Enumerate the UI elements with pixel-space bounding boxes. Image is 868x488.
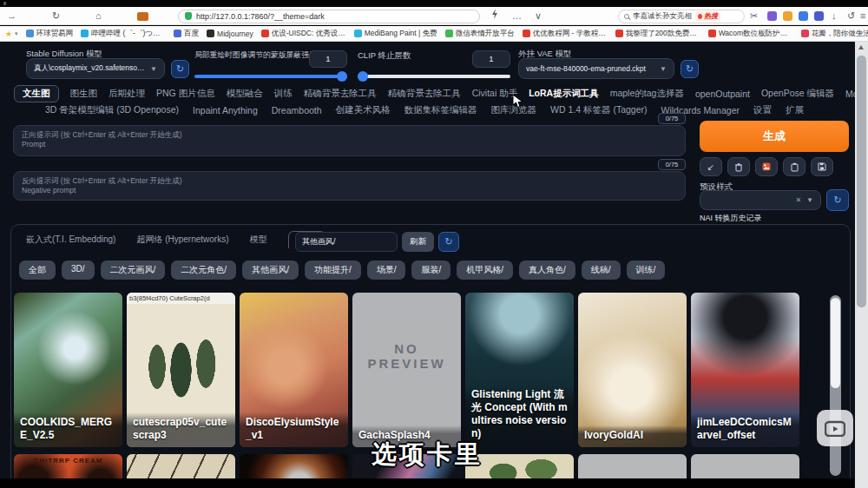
bookmark[interactable]: 优设-UISDC: 优秀设计联盟 <box>261 29 346 39</box>
model-dropdown[interactable]: 真人\cosplaymix_v20.safetensors [8e5b250b3… <box>26 58 165 79</box>
bookmark[interactable]: 优优教程网 - 学教程找灵感 <box>523 29 608 39</box>
filter-3d[interactable]: 3D/ <box>62 260 95 280</box>
tab-txt2img[interactable]: 文生图 <box>14 85 59 102</box>
tab-extras[interactable]: 后期处理 <box>108 88 145 100</box>
menu-icon[interactable]: ≡ <box>860 9 865 23</box>
tab-3d-openpose[interactable]: 3D 骨架模型编辑 (3D Openpose) <box>45 104 179 116</box>
filter-all[interactable]: 全部 <box>19 260 56 280</box>
clear-prompt-button[interactable] <box>727 157 750 176</box>
chevron-down-icon[interactable]: ∨ <box>535 9 542 23</box>
tab-embeddings[interactable]: 嵌入式(T.I. Embedding) <box>26 234 115 246</box>
tab-dataset-tag-editor[interactable]: 数据集标签编辑器 <box>404 104 477 116</box>
styles-dropdown[interactable]: ✕ ▼ <box>700 190 821 210</box>
clip-skip-value[interactable]: 1 <box>472 50 510 68</box>
tab-img2img[interactable]: 图生图 <box>70 88 98 100</box>
tab-openoutpaint[interactable]: openOutpaint <box>695 89 750 99</box>
tab-train[interactable]: 训练 <box>274 88 293 100</box>
positive-prompt-input[interactable]: 正向提示词 (按 Ctrl+Enter 或 Alt+Enter 开始生成) Pr… <box>13 125 686 156</box>
negative-prompt-input[interactable]: 反向提示词 (按 Ctrl+Enter 或 Alt+Enter 开始生成) Ne… <box>13 171 686 201</box>
tab-inpaint-anything[interactable]: Inpaint Anything <box>193 105 258 115</box>
extension-purple-icon[interactable] <box>767 11 777 21</box>
bookmark[interactable]: 我整理了200款免费商用字 <box>615 29 700 39</box>
model-refresh-button[interactable]: ↻ <box>171 60 189 78</box>
tab-checkpoints[interactable]: 模型 <box>250 234 267 246</box>
browser-search[interactable]: 李嘉诚长孙女亮相 热搜 <box>618 10 745 23</box>
lora-card[interactable]: COOLKIDS_MERGE_V2.5 <box>14 293 122 447</box>
lora-card[interactable]: IvoryGoldAI <box>578 293 687 447</box>
tab-rembg-2[interactable]: 精确背景去除工具 <box>388 88 461 100</box>
paste-params-button[interactable]: ↙ <box>700 157 722 176</box>
lightning-icon[interactable] <box>491 9 498 23</box>
clip-skip-slider[interactable] <box>358 75 510 78</box>
address-bar[interactable]: http://127.0.0.1:7860/?__theme=dark <box>178 10 480 23</box>
home-icon[interactable]: ⌂ <box>95 9 102 23</box>
filter-mecha[interactable]: 机甲风格/ <box>457 260 513 280</box>
lora-card[interactable]: Glistening Light 流光 Concept (With multir… <box>465 293 574 447</box>
tab-civitai-helper[interactable]: Civitai 助手 <box>472 88 518 100</box>
tab-wd14-tagger[interactable]: WD 1.4 标签器 (Tagger) <box>550 104 647 116</box>
extra-networks-refresh-button[interactable]: 刷新 <box>402 232 434 252</box>
download-icon[interactable]: ↓ <box>832 9 837 23</box>
tab-maple-tag-selector[interactable]: maple的tag选择器 <box>610 88 684 100</box>
tab-extensions[interactable]: 扩展 <box>786 104 804 116</box>
scissors-icon[interactable]: ✂ <box>750 9 758 23</box>
filter-other-style[interactable]: 其他画风/ <box>242 260 299 280</box>
tab-hypernetworks[interactable]: 超网络 (Hypernetworks) <box>136 234 228 246</box>
tab-dreambooth[interactable]: Dreambooth <box>272 105 322 115</box>
bookmark[interactable]: 微信表情开放平台 <box>445 29 515 39</box>
mini-player-button[interactable] <box>817 410 853 446</box>
bookmark[interactable]: 哔哩哔哩 (゜-゜)つロ 干杯 <box>81 29 166 39</box>
bookmarks-menu[interactable]: ★▾ <box>5 30 18 38</box>
extra-networks-button[interactable] <box>755 157 778 176</box>
lora-card[interactable]: NOPREVIEW GachaSplash4 <box>352 293 461 447</box>
filter-scene[interactable]: 场景/ <box>367 260 406 280</box>
vae-refresh-button[interactable]: ↻ <box>681 60 699 78</box>
slider-knob[interactable] <box>337 71 347 82</box>
tab-create-aesthetic[interactable]: 创建美术风格 <box>336 104 391 116</box>
bookmark[interactable]: Wacom数位板防护包设计 <box>708 29 793 39</box>
save-style-button[interactable] <box>811 157 833 176</box>
apply-style-button[interactable] <box>783 157 806 176</box>
forward-icon[interactable]: → <box>7 9 16 23</box>
extra-networks-refresh-icon-button[interactable]: ↻ <box>438 232 459 252</box>
vae-dropdown[interactable]: vae-ft-mse-840000-ema-pruned.ckpt▼ <box>518 58 674 79</box>
hot-search-badge[interactable]: 热搜 <box>695 11 720 21</box>
inpaint-strength-slider[interactable] <box>194 75 347 78</box>
page-scrollbar[interactable] <box>855 42 868 488</box>
filter-lineart[interactable]: 线稿/ <box>582 260 621 280</box>
lora-card[interactable]: b3(85f4cd70) CuteScrap2(dcutescrap05v_cu… <box>127 293 235 447</box>
inpaint-strength-value[interactable]: 1 <box>309 50 347 68</box>
filter-clothing[interactable]: 服装/ <box>411 260 450 280</box>
scrollbar-thumb[interactable] <box>831 298 840 388</box>
lora-card[interactable]: jimLeeDCComicsMarvel_offset <box>691 293 799 447</box>
filter-real-character[interactable]: 真人角色/ <box>519 260 575 280</box>
toolbox-icon[interactable] <box>137 12 148 21</box>
generate-button[interactable]: 生成 <box>700 121 849 152</box>
filter-anime-style[interactable]: 二次元画风/ <box>101 260 166 280</box>
filter-anime-character[interactable]: 二次元角色/ <box>171 260 236 280</box>
filter-enhance[interactable]: 功能提升/ <box>305 260 361 280</box>
extension-search-icon[interactable] <box>799 11 808 21</box>
slider-knob[interactable] <box>358 71 368 82</box>
bookmark[interactable]: 环球贸易网 <box>26 29 74 39</box>
tab-lora-prompt-tool[interactable]: LoRA提示词工具 <box>529 88 599 100</box>
reload-icon[interactable]: ↻ <box>52 9 60 23</box>
lora-card[interactable]: DiscoElysiumStyle_v1 <box>240 293 348 447</box>
extension-shield-icon[interactable] <box>783 11 792 21</box>
more-icon[interactable]: … <box>512 9 522 23</box>
tab-settings[interactable]: 设置 <box>753 104 772 116</box>
clear-icon[interactable]: ✕ <box>795 196 801 204</box>
tab-checkpoint-merger[interactable]: 模型融合 <box>227 88 263 100</box>
extension-grid-icon[interactable] <box>814 11 824 21</box>
extra-networks-search-input[interactable] <box>295 232 398 252</box>
bookmark[interactable]: 百度 <box>174 29 199 39</box>
scrollbar-thumb[interactable] <box>857 56 866 307</box>
bookmark[interactable]: Midjourney <box>207 30 253 38</box>
tab-rembg-1[interactable]: 精确背景去除工具 <box>304 88 377 100</box>
styles-refresh-button[interactable]: ↻ <box>826 189 849 211</box>
undo-icon[interactable]: ↺ <box>847 9 855 23</box>
bookmark[interactable]: MediBang Paint | 免费 <box>354 29 437 39</box>
tab-png-info[interactable]: PNG 图片信息 <box>156 88 215 100</box>
tab-openpose-editor[interactable]: OpenPose 编辑器 <box>761 88 834 100</box>
scroll-up-icon[interactable] <box>858 45 864 49</box>
